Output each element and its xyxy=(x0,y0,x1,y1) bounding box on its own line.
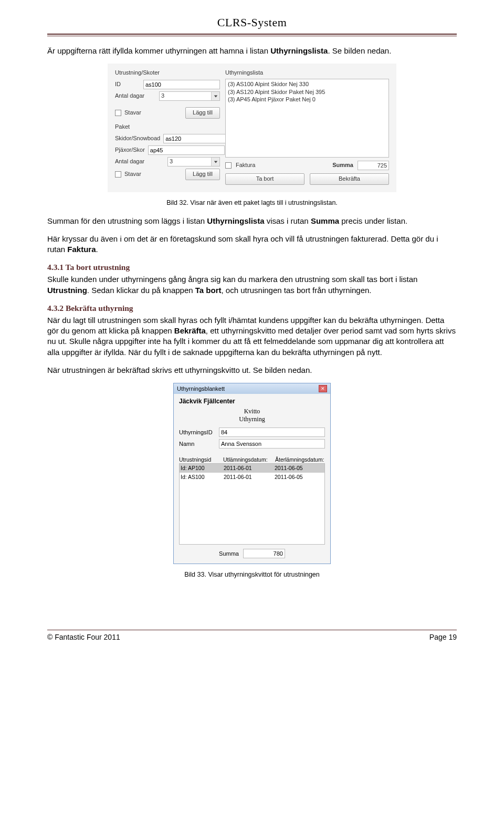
rental-form-panel: Utrustning/Skoter ID Antal dagar 3 Stava… xyxy=(108,64,396,192)
receipt-dialog: Uthyrningsblankett ✕ Jäckvik Fjällcenter… xyxy=(173,383,331,564)
add-button-top[interactable]: Lägg till xyxy=(185,107,220,119)
heading-432: 4.3.2 Bekräfta uthyrning xyxy=(47,303,457,314)
page-header: CLRS-System xyxy=(47,15,457,34)
footer-page: Page 19 xyxy=(429,632,457,642)
uthyrningsid-label: UthyrningsID xyxy=(179,429,216,436)
days2-label: Antal dagar xyxy=(115,158,164,165)
rental-listbox[interactable]: (3) AS100 Alpint Skidor Nej 330 (3) AS12… xyxy=(225,79,389,158)
dialog-titlebar[interactable]: Uthyrningsblankett ✕ xyxy=(174,383,330,394)
receipt-list[interactable]: Id: AP1002011-06-012011-06-05 Id: AS1002… xyxy=(179,463,325,545)
intro-paragraph: Är uppgifterna rätt ifyllda kommer uthyr… xyxy=(47,46,457,56)
summa-value: 725 xyxy=(358,161,389,170)
summa-paragraph: Summan för den utrustning som läggs i li… xyxy=(47,216,457,226)
bekrafta-paragraph: När du lagt till utrustningen som skall … xyxy=(47,315,457,358)
bekrafta-button[interactable]: Bekräfta xyxy=(310,173,389,185)
ski-label: Skidor/Snowboad xyxy=(115,134,160,142)
days-label: Antal dagar xyxy=(115,92,156,100)
summa-label: Summa xyxy=(332,161,353,169)
pjaxor-label: Pjäxor/Skor xyxy=(115,146,145,154)
tabort-button[interactable]: Ta bort xyxy=(225,173,304,185)
chevron-down-icon xyxy=(211,158,219,166)
add-button-bottom[interactable]: Lägg till xyxy=(185,169,220,180)
stavar-checkbox[interactable] xyxy=(115,110,121,116)
table-row[interactable]: Id: AP1002011-06-012011-06-05 xyxy=(180,464,324,472)
list-item[interactable]: (3) AP45 Alpint Pjäxor Paket Nej 0 xyxy=(228,96,386,103)
svg-marker-0 xyxy=(214,95,217,97)
org-name: Jäckvik Fjällcenter xyxy=(179,397,325,405)
stavar2-label: Stavar xyxy=(124,170,141,178)
id-input[interactable] xyxy=(143,80,220,89)
figure-caption-33: Bild 33. Visar uthyrningskvittot för utr… xyxy=(184,570,320,579)
stavar2-checkbox[interactable] xyxy=(115,171,121,178)
uthyrning-label: Uthyrning xyxy=(239,415,265,423)
list-title: Uthyrningslista xyxy=(225,69,389,77)
uthyrningsid-input[interactable] xyxy=(219,428,325,437)
faktura-checkbox[interactable] xyxy=(225,162,232,169)
dialog-summa-value xyxy=(243,549,285,558)
dialog-summa-label: Summa xyxy=(219,550,239,558)
namn-input[interactable] xyxy=(219,439,325,449)
days2-select[interactable]: 3 xyxy=(167,157,220,166)
svg-marker-1 xyxy=(214,161,217,163)
receipt-intro: När utrustningen är bekräftad skrivs ett… xyxy=(47,365,457,376)
pjaxor-input[interactable] xyxy=(148,145,225,155)
dialog-title: Uthyrningsblankett xyxy=(177,385,225,393)
chevron-down-icon xyxy=(211,92,219,100)
table-header: Utrustningsid Utlämningsdatum: Återlämni… xyxy=(179,456,325,463)
id-label: ID xyxy=(115,80,140,88)
namn-label: Namn xyxy=(179,440,216,448)
days-select[interactable]: 3 xyxy=(159,91,220,101)
stavar-label: Stavar xyxy=(124,109,141,117)
header-rule xyxy=(47,34,457,36)
close-icon[interactable]: ✕ xyxy=(319,385,327,392)
faktura-label: Faktura xyxy=(236,161,255,169)
table-row[interactable]: Id: AS1002011-06-012011-06-05 xyxy=(180,473,324,481)
group-utrustning: Utrustning/Skoter xyxy=(115,69,220,77)
list-item[interactable]: (3) AS100 Alpint Skidor Nej 330 xyxy=(228,80,386,88)
tabort-paragraph: Skulle kunden under uthyrningens gång ån… xyxy=(47,274,457,296)
group-paket: Paket xyxy=(115,123,220,131)
figure-caption-32: Bild 32. Visar när även ett paket lagts … xyxy=(166,199,338,207)
faktura-paragraph: Här kryssar du även i om det är en föret… xyxy=(47,234,457,255)
heading-431: 4.3.1 Ta bort utrustning xyxy=(47,262,457,273)
list-item[interactable]: (3) AS120 Alpint Skidor Paket Nej 395 xyxy=(228,88,386,96)
footer-copyright: © Fantastic Four 2011 xyxy=(47,632,120,642)
kvitto-label: Kvitto xyxy=(244,408,260,415)
